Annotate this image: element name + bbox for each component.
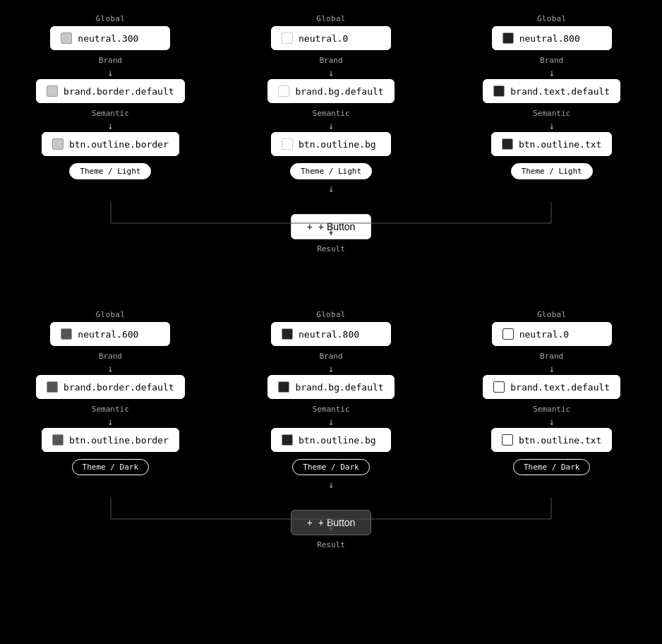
dark-border-semantic-swatch [52, 434, 64, 446]
light-text-brand-label: Brand [540, 56, 563, 65]
dark-text-semantic-arrow: ↓ [548, 417, 554, 427]
light-text-global-token: neutral.800 [492, 26, 612, 50]
dark-bg-brand-swatch [278, 381, 289, 393]
dark-bg-global-token: neutral.800 [271, 322, 391, 346]
light-border-global-swatch [61, 32, 72, 44]
dark-text-column: Global neutral.0 Brand ↓ brand.text.defa… [441, 310, 662, 491]
dark-bg-brand-token: brand.bg.default [267, 375, 394, 399]
dark-text-brand-swatch [493, 381, 505, 393]
light-text-brand-arrow: ↓ [548, 68, 554, 78]
dark-text-semantic-swatch [502, 434, 513, 446]
light-bg-global-token: neutral.0 [271, 26, 391, 50]
light-connector-svg [0, 195, 662, 244]
dark-border-global-label: Global [96, 310, 126, 319]
light-border-global-label: Global [96, 14, 126, 23]
dark-connector-area: + + Button [0, 491, 662, 540]
dark-bg-semantic-arrow: ↓ [328, 417, 334, 427]
light-bg-semantic-label: Semantic [313, 109, 350, 118]
light-bg-brand-swatch [278, 85, 289, 97]
dark-bg-brand-arrow: ↓ [328, 364, 334, 374]
light-text-brand-token: brand.text.default [483, 79, 620, 103]
light-border-brand-swatch [47, 85, 58, 97]
light-border-global-token: neutral.300 [50, 26, 170, 50]
light-bg-semantic-arrow: ↓ [328, 121, 334, 131]
light-text-semantic-arrow: ↓ [548, 121, 554, 131]
light-connector-area: + + Button [0, 195, 662, 244]
light-bg-semantic-token: btn.outline.bg [271, 132, 391, 156]
light-bg-column: Global neutral.0 Brand ↓ brand.bg.defaul… [221, 14, 442, 195]
light-bg-semantic-swatch [282, 138, 293, 150]
dark-text-global-label: Global [537, 310, 567, 319]
dark-bg-semantic-label: Semantic [313, 405, 350, 414]
light-text-global-label: Global [537, 14, 567, 23]
dark-text-global-token: neutral.0 [492, 322, 612, 346]
light-border-semantic-arrow: ↓ [107, 121, 113, 131]
dark-text-brand-arrow: ↓ [548, 364, 554, 374]
dark-columns: Global neutral.600 Brand ↓ brand.border.… [0, 310, 662, 491]
dark-text-brand-label: Brand [540, 352, 563, 361]
light-border-brand-arrow: ↓ [107, 68, 113, 78]
dark-bg-semantic-token: btn.outline.bg [271, 428, 391, 452]
dark-bg-global-label: Global [316, 310, 346, 319]
dark-border-theme-badge: Theme / Dark [72, 459, 149, 475]
dark-connector-svg [0, 491, 662, 540]
dark-border-brand-swatch [47, 381, 58, 393]
light-text-global-swatch [502, 32, 514, 44]
light-columns: Global neutral.300 Brand ↓ brand.border.… [0, 14, 662, 195]
dark-bg-brand-label: Brand [319, 352, 342, 361]
light-bg-brand-label: Brand [319, 56, 342, 65]
light-text-semantic-label: Semantic [533, 109, 570, 118]
dark-border-semantic-arrow: ↓ [107, 417, 113, 427]
light-border-semantic-swatch [52, 138, 64, 150]
dark-text-semantic-label: Semantic [533, 405, 570, 414]
dark-theme-section: Global neutral.600 Brand ↓ brand.border.… [0, 296, 662, 571]
dark-text-semantic-token: btn.outline.txt [491, 428, 612, 452]
dark-result-label: Result [317, 540, 345, 549]
dark-border-brand-label: Brand [99, 352, 122, 361]
light-border-brand-label: Brand [99, 56, 122, 65]
light-bg-brand-arrow: ↓ [328, 68, 334, 78]
dark-border-global-token: neutral.600 [50, 322, 170, 346]
dark-bg-column: Global neutral.800 Brand ↓ brand.bg.defa… [221, 310, 442, 491]
light-result-label: Result [317, 244, 345, 254]
light-border-column: Global neutral.300 Brand ↓ brand.border.… [0, 14, 221, 195]
svg-marker-9 [329, 527, 333, 532]
dark-border-global-swatch [61, 328, 72, 340]
light-border-theme-badge: Theme / Light [69, 163, 151, 179]
dark-bg-theme-badge: Theme / Dark [292, 459, 369, 475]
dark-text-global-swatch [502, 328, 514, 340]
dark-border-semantic-token: btn.outline.border [42, 428, 179, 452]
dark-border-semantic-label: Semantic [92, 405, 129, 414]
dark-text-brand-token: brand.text.default [483, 375, 620, 399]
light-bg-theme-badge: Theme / Light [290, 163, 372, 179]
light-border-brand-token: brand.border.default [36, 79, 185, 103]
light-text-semantic-token: btn.outline.txt [491, 132, 612, 156]
light-border-semantic-token: btn.outline.border [42, 132, 179, 156]
light-text-brand-swatch [493, 85, 505, 97]
svg-marker-3 [329, 232, 333, 236]
light-theme-section: Global neutral.300 Brand ↓ brand.border.… [0, 0, 662, 275]
dark-border-brand-token: brand.border.default [36, 375, 185, 399]
light-border-semantic-label: Semantic [92, 109, 129, 118]
light-bg-global-label: Global [316, 14, 346, 23]
light-text-semantic-swatch [502, 138, 513, 150]
dark-bg-semantic-swatch [282, 434, 293, 446]
dark-bg-global-swatch [282, 328, 293, 340]
light-text-column: Global neutral.800 Brand ↓ brand.text.de… [441, 14, 662, 195]
light-bg-brand-token: brand.bg.default [267, 79, 394, 103]
light-bg-global-swatch [282, 32, 293, 44]
light-bg-to-result-arrow: ↓ [328, 184, 334, 193]
dark-bg-to-result-arrow: ↓ [328, 479, 334, 489]
light-text-theme-badge: Theme / Light [511, 163, 593, 179]
dark-border-brand-arrow: ↓ [107, 364, 113, 374]
dark-text-theme-badge: Theme / Dark [513, 459, 590, 475]
dark-border-column: Global neutral.600 Brand ↓ brand.border.… [0, 310, 221, 491]
